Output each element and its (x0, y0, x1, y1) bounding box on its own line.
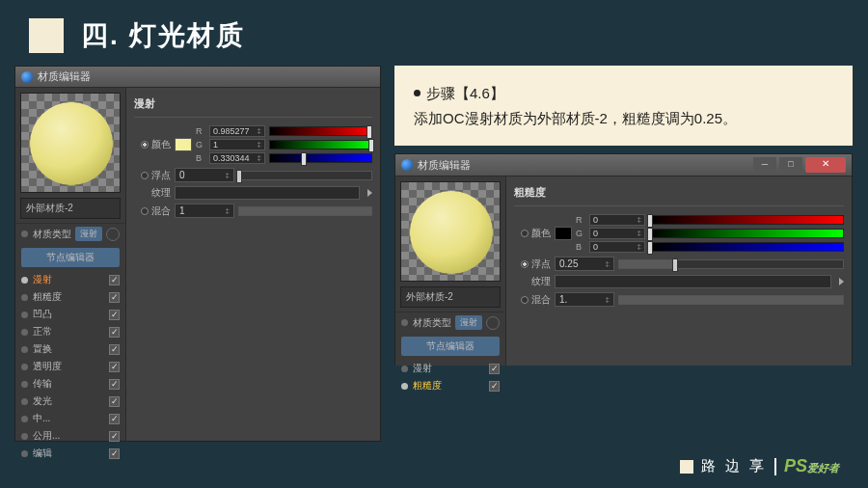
channel-label[interactable]: 发光 (33, 394, 52, 408)
rgb-g-row: G0‡ (576, 228, 844, 239)
mix-slider[interactable] (618, 295, 844, 305)
channel-row: 中...✓ (21, 410, 120, 427)
radio-icon[interactable] (521, 296, 529, 304)
left-column: 外部材质-2 材质类型 漫射 节点编辑器 漫射✓ 粗糙度✓ (395, 176, 506, 366)
b-value[interactable]: 0‡ (589, 241, 645, 253)
dot-icon (21, 277, 28, 284)
g-value[interactable]: 0‡ (589, 228, 645, 239)
radio-icon[interactable] (141, 141, 149, 149)
checkbox[interactable]: ✓ (489, 364, 500, 374)
float-field[interactable]: 0‡ (175, 168, 234, 182)
float-row: 浮点 0.25‡ (514, 255, 844, 273)
checkbox[interactable]: ✓ (109, 310, 120, 320)
checkbox[interactable]: ✓ (109, 327, 120, 338)
r-slider[interactable] (269, 126, 372, 136)
radio-icon[interactable] (521, 230, 529, 237)
step-text: 添加OC漫射材质为外部材质-2，粗糙度调为0.25。 (414, 106, 833, 131)
checkbox[interactable]: ✓ (109, 275, 120, 285)
channel-label[interactable]: 漫射 (33, 273, 52, 286)
dot-icon (21, 312, 28, 318)
channel-label[interactable]: 凹凸 (33, 308, 52, 321)
maximize-button[interactable]: □ (779, 157, 802, 173)
g-slider[interactable] (649, 229, 844, 238)
app-icon (401, 159, 413, 171)
checkbox[interactable]: ✓ (109, 379, 120, 390)
material-preview[interactable] (20, 93, 121, 193)
refresh-icon[interactable] (106, 228, 120, 241)
r-value[interactable]: 0.985277‡ (209, 125, 265, 137)
material-type-row[interactable]: 材质类型 漫射 (15, 223, 125, 244)
checkbox[interactable]: ✓ (489, 381, 500, 392)
preview-wrap (15, 88, 125, 198)
float-slider[interactable] (238, 171, 372, 180)
type-value[interactable]: 漫射 (75, 227, 102, 241)
color-swatch[interactable] (555, 227, 572, 240)
header-square-icon (29, 18, 64, 53)
dot-icon (21, 294, 28, 301)
material-preview[interactable] (400, 181, 501, 282)
b-value[interactable]: 0.330344‡ (209, 152, 265, 164)
mix-row: 混合 1.‡ (514, 290, 844, 309)
titlebar[interactable]: 材质编辑器 (15, 67, 380, 88)
dot-icon (21, 381, 28, 388)
expand-icon (21, 230, 28, 237)
rgb-b-row: B0.330344‡ (196, 152, 372, 164)
texture-field[interactable] (555, 275, 831, 288)
checkbox[interactable]: ✓ (109, 414, 120, 424)
float-field[interactable]: 0.25‡ (555, 257, 614, 271)
channel-label[interactable]: 中... (33, 412, 50, 425)
material-name-field[interactable]: 外部材质-2 (400, 286, 501, 308)
mix-slider[interactable] (238, 206, 372, 216)
right-column: 粗糙度 颜色 R0‡ G0‡ B0‡ 浮点 0.25‡ (506, 176, 852, 366)
g-slider[interactable] (269, 140, 372, 149)
texture-field[interactable] (175, 186, 360, 200)
channel-label[interactable]: 置换 (33, 342, 52, 356)
b-slider[interactable] (269, 153, 372, 163)
close-button[interactable]: ✕ (805, 157, 846, 173)
preview-wrap (395, 176, 505, 286)
b-slider[interactable] (649, 242, 844, 252)
section-title: 粗糙度 (514, 182, 844, 206)
channel-label[interactable]: 传输 (33, 377, 52, 391)
radio-icon[interactable] (521, 260, 529, 268)
r-slider[interactable] (649, 215, 844, 225)
bullet-icon (414, 90, 420, 96)
color-row: 颜色 R0.985277‡ G1‡ B0.330344‡ (134, 123, 372, 166)
channel-label[interactable]: 粗糙度 (33, 290, 62, 304)
channel-label[interactable]: 正常 (33, 325, 52, 339)
step-line: 步骤【4.6】 (414, 81, 833, 106)
r-value[interactable]: 0‡ (589, 214, 645, 226)
rgb-r-row: R0‡ (576, 214, 844, 226)
type-value[interactable]: 漫射 (455, 315, 482, 330)
channel-label[interactable]: 编辑 (33, 447, 52, 460)
mix-field[interactable]: 1‡ (175, 203, 234, 218)
material-type-row[interactable]: 材质类型 漫射 (395, 312, 505, 333)
radio-icon[interactable] (141, 207, 149, 215)
mix-field[interactable]: 1.‡ (555, 292, 614, 307)
channel-label[interactable]: 粗糙度 (413, 379, 442, 393)
titlebar[interactable]: 材质编辑器 ─ □ ✕ (395, 154, 852, 176)
channel-label[interactable]: 透明度 (33, 360, 62, 373)
chevron-icon[interactable] (367, 189, 372, 197)
minimize-button[interactable]: ─ (753, 157, 776, 173)
checkbox[interactable]: ✓ (109, 362, 120, 372)
radio-icon[interactable] (141, 172, 149, 179)
checkbox[interactable]: ✓ (109, 431, 120, 442)
color-swatch[interactable] (175, 138, 192, 151)
checkbox[interactable]: ✓ (109, 396, 120, 407)
node-editor-button[interactable]: 节点编辑器 (21, 248, 120, 267)
page-title: 四. 灯光材质 (81, 17, 245, 54)
channel-label[interactable]: 漫射 (413, 362, 432, 375)
channel-row: 漫射✓ (21, 271, 120, 288)
g-value[interactable]: 1‡ (209, 139, 265, 150)
checkbox[interactable]: ✓ (109, 448, 120, 459)
mix-row: 混合 1‡ (134, 202, 372, 220)
refresh-icon[interactable] (486, 316, 500, 330)
node-editor-button[interactable]: 节点编辑器 (401, 337, 500, 356)
float-slider[interactable] (618, 259, 844, 269)
channel-label[interactable]: 公用... (33, 429, 60, 443)
material-name-field[interactable]: 外部材质-2 (20, 198, 121, 219)
checkbox[interactable]: ✓ (109, 292, 120, 303)
chevron-icon[interactable] (839, 278, 844, 285)
checkbox[interactable]: ✓ (109, 344, 120, 355)
